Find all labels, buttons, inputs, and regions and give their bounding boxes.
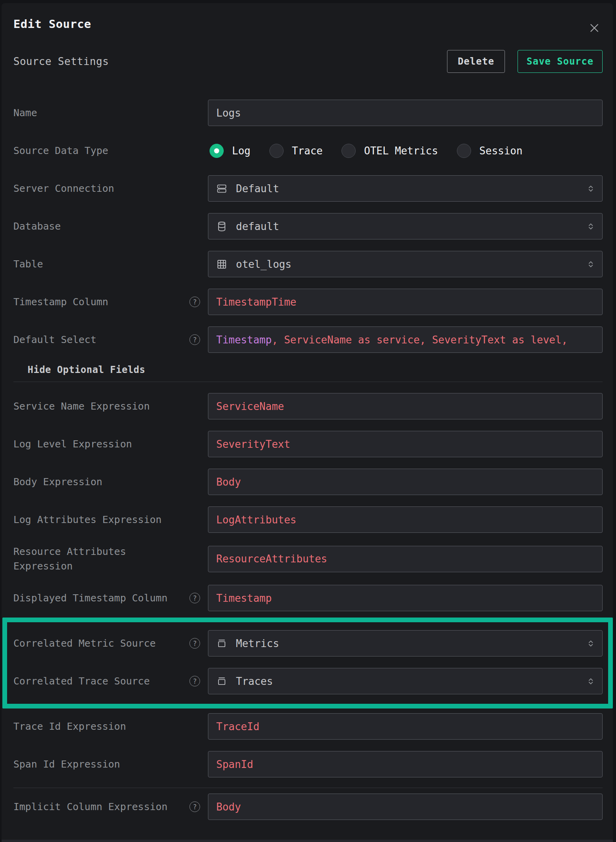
row-default-select: Default Select ? Timestamp, ServiceName … bbox=[13, 326, 603, 353]
screenshot-stage: Edit Source Source Settings Delete Save … bbox=[0, 0, 616, 842]
resource-attributes-expression-label: Resource Attributes Expression bbox=[13, 544, 171, 573]
x-icon bbox=[588, 22, 600, 34]
row-displayed-timestamp-column: Displayed Timestamp Column ? bbox=[13, 585, 603, 611]
span-id-expression-input[interactable] bbox=[208, 751, 603, 777]
chevron-up-down-icon bbox=[586, 259, 596, 269]
help-icon[interactable]: ? bbox=[189, 638, 200, 649]
close-button[interactable] bbox=[588, 21, 601, 35]
row-implicit-column-expression: Implicit Column Expression ? bbox=[13, 794, 603, 820]
database-icon bbox=[216, 221, 227, 232]
row-log-level-expression: Log Level Expression bbox=[13, 431, 603, 457]
correlated-trace-source-select[interactable]: Traces bbox=[208, 668, 603, 694]
log-attributes-expression-input[interactable] bbox=[208, 506, 603, 533]
row-name: Name bbox=[13, 100, 603, 126]
row-trace-id-expression: Trace Id Expression bbox=[13, 713, 603, 740]
server-connection-select[interactable]: Default bbox=[208, 175, 603, 202]
resource-attributes-expression-input[interactable] bbox=[208, 546, 603, 572]
chevron-up-down-icon bbox=[586, 638, 596, 649]
save-source-button[interactable]: Save Source bbox=[518, 50, 603, 73]
row-database: Database default bbox=[13, 213, 603, 239]
toolbar-buttons: Delete Save Source bbox=[447, 50, 603, 73]
archive-icon bbox=[216, 638, 227, 649]
body-expression-label: Body Expression bbox=[13, 475, 102, 489]
hide-optional-fields-toggle[interactable]: Hide Optional Fields bbox=[28, 364, 603, 375]
section-title: Source Settings bbox=[13, 56, 109, 67]
log-level-expression-label: Log Level Expression bbox=[13, 438, 132, 451]
service-name-expression-label: Service Name Expression bbox=[13, 400, 150, 413]
row-span-id-expression: Span Id Expression bbox=[13, 751, 603, 777]
row-body-expression: Body Expression bbox=[13, 469, 603, 495]
radio-unselected-icon bbox=[269, 144, 284, 158]
row-correlated-metric-source: Correlated Metric Source ? Metrics bbox=[13, 630, 603, 657]
help-icon[interactable]: ? bbox=[189, 334, 200, 345]
delete-button[interactable]: Delete bbox=[447, 50, 505, 73]
row-correlated-trace-source: Correlated Trace Source ? Traces bbox=[13, 668, 603, 694]
database-select[interactable]: default bbox=[208, 213, 603, 239]
table-icon bbox=[216, 259, 227, 270]
radio-option-otel-metrics[interactable]: OTEL Metrics bbox=[341, 144, 438, 158]
source-data-type-radio-group: Log Trace OTEL Metrics Session bbox=[208, 137, 603, 164]
bottom-edge-divider bbox=[2, 840, 613, 842]
help-icon[interactable]: ? bbox=[189, 676, 200, 686]
row-log-attributes-expression: Log Attributes Expression bbox=[13, 506, 603, 533]
row-service-name-expression: Service Name Expression bbox=[13, 393, 603, 419]
chevron-up-down-icon bbox=[586, 184, 596, 194]
radio-option-log[interactable]: Log bbox=[210, 144, 250, 158]
radio-unselected-icon bbox=[341, 144, 356, 158]
radio-option-session[interactable]: Session bbox=[457, 144, 523, 158]
source-data-type-label: Source Data Type bbox=[13, 144, 108, 158]
row-timestamp-column: Timestamp Column ? bbox=[13, 289, 603, 315]
default-select-label: Default Select bbox=[13, 333, 96, 347]
row-source-data-type: Source Data Type Log Trace OTEL Metrics bbox=[13, 137, 603, 164]
row-table: Table otel_logs bbox=[13, 251, 603, 277]
implicit-column-expression-label: Implicit Column Expression bbox=[13, 800, 167, 814]
name-label: Name bbox=[13, 106, 37, 120]
displayed-timestamp-column-input[interactable] bbox=[208, 585, 603, 611]
correlated-trace-source-label: Correlated Trace Source bbox=[13, 675, 150, 688]
table-select[interactable]: otel_logs bbox=[208, 251, 603, 277]
trace-id-expression-label: Trace Id Expression bbox=[13, 720, 126, 733]
correlated-metric-source-select[interactable]: Metrics bbox=[208, 630, 603, 657]
trace-id-expression-input[interactable] bbox=[208, 713, 603, 740]
highlight-annotation: Correlated Metric Source ? Metrics bbox=[2, 618, 613, 708]
server-connection-label: Server Connection bbox=[13, 182, 114, 195]
row-server-connection: Server Connection Default bbox=[13, 175, 603, 202]
radio-unselected-icon bbox=[457, 144, 471, 158]
log-level-expression-input[interactable] bbox=[208, 431, 603, 457]
log-attributes-expression-label: Log Attributes Expression bbox=[13, 513, 161, 527]
help-icon[interactable]: ? bbox=[189, 801, 200, 812]
edit-source-dialog: Edit Source Source Settings Delete Save … bbox=[2, 3, 613, 842]
database-label: Database bbox=[13, 220, 61, 233]
correlated-metric-source-label: Correlated Metric Source bbox=[13, 637, 156, 650]
table-label: Table bbox=[13, 258, 43, 271]
chevron-up-down-icon bbox=[586, 221, 596, 232]
name-input[interactable] bbox=[208, 100, 603, 126]
default-select-input[interactable]: Timestamp, ServiceName as service, Sever… bbox=[208, 326, 603, 353]
displayed-timestamp-column-label: Displayed Timestamp Column bbox=[13, 592, 167, 605]
toolbar: Source Settings Delete Save Source bbox=[13, 50, 603, 73]
timestamp-column-label: Timestamp Column bbox=[13, 295, 108, 309]
help-icon[interactable]: ? bbox=[189, 297, 200, 307]
archive-icon bbox=[216, 676, 227, 687]
dialog-title: Edit Source bbox=[13, 17, 603, 31]
radio-selected-icon bbox=[210, 144, 224, 158]
row-resource-attributes-expression: Resource Attributes Expression bbox=[13, 544, 603, 573]
server-icon bbox=[216, 183, 227, 194]
implicit-column-expression-input[interactable] bbox=[208, 794, 603, 820]
body-expression-input[interactable] bbox=[208, 469, 603, 495]
service-name-expression-input[interactable] bbox=[208, 393, 603, 419]
radio-option-trace[interactable]: Trace bbox=[269, 144, 323, 158]
help-icon[interactable]: ? bbox=[189, 593, 200, 603]
span-id-expression-label: Span Id Expression bbox=[13, 758, 120, 771]
timestamp-column-input[interactable] bbox=[208, 289, 603, 315]
chevron-up-down-icon bbox=[586, 676, 596, 686]
